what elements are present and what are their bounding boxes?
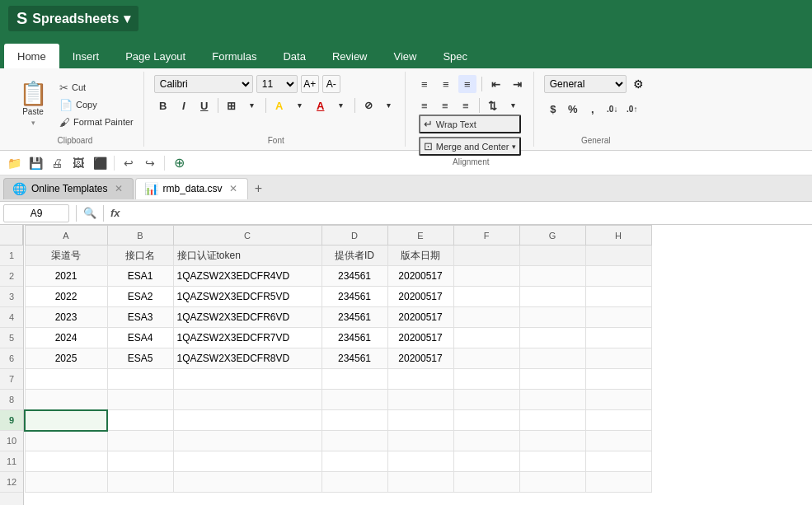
col-header-c[interactable]: C bbox=[173, 226, 322, 245]
cell-h1[interactable] bbox=[585, 245, 651, 266]
cell-c4[interactable]: 1QAZSW2X3EDCFR6VD bbox=[173, 307, 322, 328]
cell-d10[interactable] bbox=[322, 431, 387, 451]
row-num-1[interactable]: 1 bbox=[0, 245, 23, 266]
col-header-h[interactable]: H bbox=[585, 226, 651, 245]
cell-a9[interactable] bbox=[25, 410, 107, 431]
cell-e11[interactable] bbox=[387, 451, 453, 472]
border-button[interactable]: ⊞ bbox=[223, 96, 241, 115]
row-num-2[interactable]: 2 bbox=[0, 266, 23, 287]
merge-center-button[interactable]: ⊡ Merge and Center ▾ bbox=[419, 137, 522, 156]
formula-zoom[interactable]: 🔍 bbox=[83, 207, 96, 219]
row-num-4[interactable]: 4 bbox=[0, 307, 23, 328]
col-header-d[interactable]: D bbox=[322, 226, 387, 245]
font-size-select[interactable]: 11 12 14 16 bbox=[256, 75, 298, 93]
align-top-right-button[interactable]: ≡ bbox=[458, 75, 476, 93]
col-header-a[interactable]: A bbox=[25, 226, 107, 245]
align-top-left-button[interactable]: ≡ bbox=[415, 75, 434, 93]
italic-button[interactable]: I bbox=[175, 96, 193, 115]
cell-c12[interactable] bbox=[173, 472, 322, 493]
cell-b1[interactable]: 接口名 bbox=[107, 245, 173, 266]
cell-c3[interactable]: 1QAZSW2X3EDCFR5VD bbox=[173, 287, 322, 307]
cell-h9[interactable] bbox=[585, 410, 651, 431]
col-header-b[interactable]: B bbox=[107, 226, 173, 245]
decrease-indent-button[interactable]: ⇤ bbox=[487, 75, 505, 93]
cell-f4[interactable] bbox=[453, 307, 519, 328]
cell-f2[interactable] bbox=[453, 266, 519, 287]
fill-dropdown[interactable]: ▾ bbox=[291, 96, 309, 115]
percent-button[interactable]: % bbox=[564, 100, 582, 118]
cell-e12[interactable] bbox=[387, 472, 453, 493]
cell-b10[interactable] bbox=[107, 431, 173, 451]
paste-button[interactable]: 📋 Paste ▾ bbox=[13, 76, 53, 133]
cell-a4[interactable]: 2023 bbox=[25, 307, 107, 328]
cut-button[interactable]: ✂ Cut bbox=[56, 80, 137, 96]
font-color-dropdown[interactable]: ▾ bbox=[332, 96, 350, 115]
number-format-settings[interactable]: ⚙ bbox=[630, 75, 648, 93]
tab-home[interactable]: Home bbox=[4, 44, 59, 68]
row-num-11[interactable]: 11 bbox=[0, 451, 23, 472]
cell-reference-box[interactable] bbox=[3, 204, 69, 222]
cell-b6[interactable]: ESA5 bbox=[107, 348, 173, 369]
underline-button[interactable]: U bbox=[195, 96, 214, 115]
font-family-select[interactable]: Calibri Arial Times New Roman bbox=[154, 75, 253, 93]
cell-c6[interactable]: 1QAZSW2X3EDCFR8VD bbox=[173, 348, 322, 369]
fill-color-button[interactable]: A bbox=[270, 96, 289, 115]
tab-view[interactable]: View bbox=[381, 44, 430, 68]
row-num-8[interactable]: 8 bbox=[0, 390, 23, 410]
cell-a6[interactable]: 2025 bbox=[25, 348, 107, 369]
cell-a3[interactable]: 2022 bbox=[25, 287, 107, 307]
cell-b5[interactable]: ESA4 bbox=[107, 328, 173, 348]
col-header-f[interactable]: F bbox=[453, 226, 519, 245]
cell-c1[interactable]: 接口认证token bbox=[173, 245, 322, 266]
add-template-button[interactable]: ⊕ bbox=[170, 154, 188, 172]
cell-b9[interactable] bbox=[107, 410, 173, 431]
tab-online-templates[interactable]: 🌐 Online Templates ✕ bbox=[3, 178, 134, 199]
cell-a5[interactable]: 2024 bbox=[25, 328, 107, 348]
cell-a2[interactable]: 2021 bbox=[25, 266, 107, 287]
number-format-select[interactable]: General Number Currency Percentage bbox=[544, 75, 627, 93]
text-direction-dropdown[interactable]: ▾ bbox=[505, 96, 523, 115]
cell-g9[interactable] bbox=[519, 410, 585, 431]
cell-d12[interactable] bbox=[322, 472, 387, 493]
rmb-data-close[interactable]: ✕ bbox=[228, 183, 239, 194]
cell-b3[interactable]: ESA2 bbox=[107, 287, 173, 307]
align-top-center-button[interactable]: ≡ bbox=[437, 75, 455, 93]
increase-indent-button[interactable]: ⇥ bbox=[509, 75, 527, 93]
cell-f11[interactable] bbox=[453, 451, 519, 472]
cell-c9[interactable] bbox=[173, 410, 322, 431]
save-button[interactable]: 💾 bbox=[26, 154, 45, 172]
cell-g11[interactable] bbox=[519, 451, 585, 472]
redo-button[interactable]: ↪ bbox=[141, 154, 159, 172]
cell-a1[interactable]: 渠道号 bbox=[25, 245, 107, 266]
cell-h2[interactable] bbox=[585, 266, 651, 287]
text-direction-button[interactable]: ⇅ bbox=[484, 96, 502, 115]
tab-formulas[interactable]: Formulas bbox=[199, 44, 270, 68]
row-num-9[interactable]: 9 bbox=[0, 410, 23, 431]
merge-dropdown[interactable]: ▾ bbox=[512, 143, 516, 151]
cell-d4[interactable]: 234561 bbox=[322, 307, 387, 328]
font-color-button[interactable]: A bbox=[312, 96, 330, 115]
cell-e4[interactable]: 20200517 bbox=[387, 307, 453, 328]
cell-f7[interactable] bbox=[453, 369, 519, 390]
cell-h4[interactable] bbox=[585, 307, 651, 328]
cell-b4[interactable]: ESA3 bbox=[107, 307, 173, 328]
cell-d1[interactable]: 提供者ID bbox=[322, 245, 387, 266]
row-num-5[interactable]: 5 bbox=[0, 328, 23, 348]
cell-d7[interactable] bbox=[322, 369, 387, 390]
wrap-text-button[interactable]: ↵ Wrap Text bbox=[419, 115, 522, 133]
format-painter-button[interactable]: 🖌 Format Painter bbox=[56, 115, 137, 130]
tab-spec[interactable]: Spec bbox=[429, 44, 481, 68]
cell-g8[interactable] bbox=[519, 390, 585, 410]
col-header-e[interactable]: E bbox=[387, 226, 453, 245]
cell-h7[interactable] bbox=[585, 369, 651, 390]
copy-button[interactable]: 📄 Copy bbox=[56, 97, 137, 113]
tab-data[interactable]: Data bbox=[270, 44, 318, 68]
cell-a8[interactable] bbox=[25, 390, 107, 410]
increase-decimal-button[interactable]: .0↑ bbox=[623, 100, 641, 118]
cell-e10[interactable] bbox=[387, 431, 453, 451]
cell-c2[interactable]: 1QAZSW2X3EDCFR4VD bbox=[173, 266, 322, 287]
row-num-7[interactable]: 7 bbox=[0, 369, 23, 390]
cell-b11[interactable] bbox=[107, 451, 173, 472]
bold-button[interactable]: B bbox=[154, 96, 172, 115]
cell-d6[interactable]: 234561 bbox=[322, 348, 387, 369]
